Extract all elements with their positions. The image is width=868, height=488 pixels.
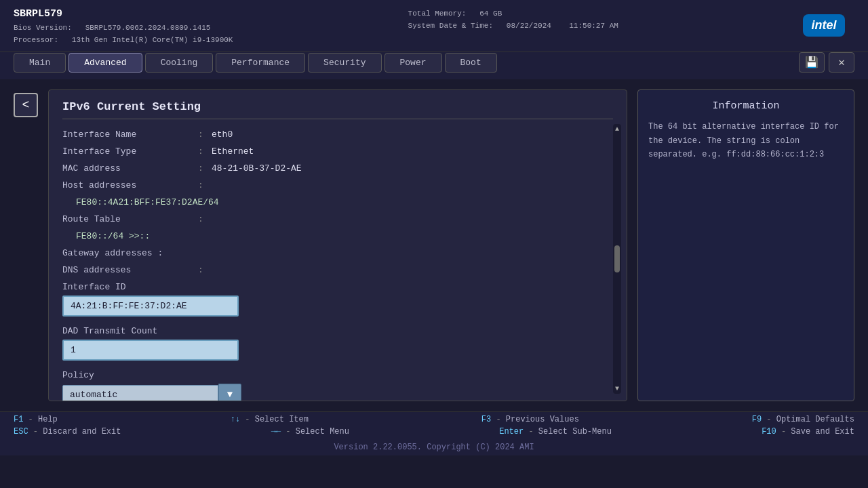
policy-dropdown-arrow[interactable]: ▼ xyxy=(218,384,241,401)
nav-actions: 💾 ✕ xyxy=(799,52,854,73)
main-content: < IPv6 Current Setting Interface Name : … xyxy=(0,79,868,411)
close-icon: ✕ xyxy=(838,56,845,69)
close-button[interactable]: ✕ xyxy=(829,52,854,73)
tab-bar: Main Advanced Cooling Performance Securi… xyxy=(14,53,497,73)
footer-keys-2: ESC - Discard and Exit →← - Select Menu … xyxy=(14,427,854,436)
route-table-sep: : xyxy=(198,214,212,224)
date-value: 08/22/2024 xyxy=(507,22,551,30)
system-info: SBRPL579 Bios Version: SBRPL579.0062.202… xyxy=(14,8,233,46)
scroll-down-arrow[interactable]: ▼ xyxy=(615,385,619,392)
datetime-info: System Date & Time: 08/22/2024 11:50:27 … xyxy=(408,20,618,33)
scroll-track: ▲ ▼ xyxy=(613,124,621,394)
route-table-row: Route Table : xyxy=(62,214,596,224)
info-title: Information xyxy=(648,100,844,112)
interface-id-wrapper: Interface ID xyxy=(62,282,596,317)
time-value: 11:50:27 AM xyxy=(569,22,618,30)
interface-type-label: Interface Type xyxy=(62,146,198,157)
footer-f3: F3 - Previous Values xyxy=(481,415,579,424)
mac-address-sep: : xyxy=(198,163,212,174)
dad-count-label: DAD Transmit Count xyxy=(62,326,596,336)
bios-version: Bios Version: SBRPL579.0062.2024.0809.14… xyxy=(14,22,233,35)
save-icon: 💾 xyxy=(805,56,818,69)
footer-f9: F9 - Optimal Defaults xyxy=(752,415,854,424)
intel-logo-text: intel xyxy=(803,14,844,37)
datetime-label: System Date & Time: xyxy=(408,22,493,30)
info-panel: Information The 64 bit alternative inter… xyxy=(637,89,854,401)
scroll-thumb[interactable] xyxy=(614,245,620,272)
processor-info: Processor: 13th Gen Intel(R) Core(TM) i9… xyxy=(14,35,233,47)
chevron-down-icon: ▼ xyxy=(227,389,233,400)
dns-sep: : xyxy=(198,265,212,275)
footer-arrows: ↑↓ - Select Item xyxy=(231,415,309,424)
host-address-value: FE80::4A21:BFF:FE37:D2AE/64 xyxy=(62,197,596,207)
footer-f10: F10 - Save and Exit xyxy=(762,427,854,436)
footer-select-menu: →← - Select Menu xyxy=(271,427,349,436)
dad-count-wrapper: DAD Transmit Count xyxy=(62,326,596,361)
content-panel: IPv6 Current Setting Interface Name : et… xyxy=(48,89,627,401)
interface-name-value: eth0 xyxy=(212,129,233,140)
policy-label: Policy xyxy=(62,370,596,380)
system-stats: Total Memory: 64 GB System Date & Time: … xyxy=(408,8,618,32)
tab-main[interactable]: Main xyxy=(14,53,66,73)
processor-value: 13th Gen Intel(R) Core(TM) i9-13900K xyxy=(72,36,233,44)
interface-name-label: Interface Name xyxy=(62,129,198,140)
tab-advanced[interactable]: Advanced xyxy=(68,53,142,73)
intel-logo: intel xyxy=(793,8,854,42)
tab-boot[interactable]: Boot xyxy=(445,53,497,73)
footer-version: Version 2.22.0055. Copyright (C) 2024 AM… xyxy=(334,443,534,452)
header: SBRPL579 Bios Version: SBRPL579.0062.202… xyxy=(0,0,868,52)
interface-id-label: Interface ID xyxy=(62,282,596,292)
model-name: SBRPL579 xyxy=(14,8,233,20)
memory-info: Total Memory: 64 GB xyxy=(408,8,618,20)
tab-security[interactable]: Security xyxy=(308,53,381,73)
policy-select[interactable]: automatic manual disabled xyxy=(62,385,218,402)
info-text: The 64 bit alternative interface ID for … xyxy=(648,120,844,161)
interface-type-row: Interface Type : Ethernet xyxy=(62,146,596,157)
tab-cooling[interactable]: Cooling xyxy=(145,53,214,73)
footer-keys: F1 - Help ↑↓ - Select Item F3 - Previous… xyxy=(14,415,854,424)
tab-performance[interactable]: Performance xyxy=(216,53,305,73)
bios-label: Bios Version: xyxy=(14,24,72,32)
host-addresses-sep: : xyxy=(198,180,212,190)
interface-id-input[interactable] xyxy=(62,296,239,317)
host-addresses-row: Host addresses : xyxy=(62,180,596,190)
footer: F1 - Help ↑↓ - Select Item F3 - Previous… xyxy=(0,411,868,455)
memory-value: 64 GB xyxy=(479,9,502,18)
back-icon: < xyxy=(22,98,30,112)
policy-wrapper: Policy automatic manual disabled ▼ xyxy=(62,370,596,401)
interface-name-row: Interface Name : eth0 xyxy=(62,129,596,140)
save-button[interactable]: 💾 xyxy=(799,52,825,73)
memory-label: Total Memory: xyxy=(408,9,467,18)
dns-row: DNS addresses : xyxy=(62,265,596,275)
route-table-label: Route Table xyxy=(62,214,198,224)
host-addresses-label: Host addresses xyxy=(62,180,198,190)
bios-value: SBRPL579.0062.2024.0809.1415 xyxy=(85,24,211,32)
route-table-value: FE80::/64 >>:: xyxy=(62,231,596,241)
interface-type-sep: : xyxy=(198,146,212,157)
gateway-row: Gateway addresses : xyxy=(62,248,596,258)
policy-dropdown-row: automatic manual disabled ▼ xyxy=(62,384,596,401)
interface-type-value: Ethernet xyxy=(212,146,254,157)
dad-count-input[interactable] xyxy=(62,340,239,361)
back-button[interactable]: < xyxy=(14,93,38,117)
footer-esc: ESC - Discard and Exit xyxy=(14,427,121,436)
footer-f1: F1 - Help xyxy=(14,415,58,424)
interface-name-sep: : xyxy=(198,129,212,140)
processor-label: Processor: xyxy=(14,36,58,44)
gateway-label: Gateway addresses : xyxy=(62,248,163,258)
mac-address-label: MAC address xyxy=(62,163,198,174)
nav-bar: Main Advanced Cooling Performance Securi… xyxy=(0,52,868,79)
tab-power[interactable]: Power xyxy=(384,53,442,73)
mac-address-value: 48-21-0B-37-D2-AE xyxy=(212,163,302,174)
content-body: Interface Name : eth0 Interface Type : E… xyxy=(62,129,613,401)
dns-label: DNS addresses xyxy=(62,265,198,275)
mac-address-row: MAC address : 48-21-0B-37-D2-AE xyxy=(62,163,596,174)
content-title: IPv6 Current Setting xyxy=(62,100,613,119)
footer-enter: Enter - Select Sub-Menu xyxy=(499,427,612,436)
scroll-up-arrow[interactable]: ▲ xyxy=(615,125,619,133)
